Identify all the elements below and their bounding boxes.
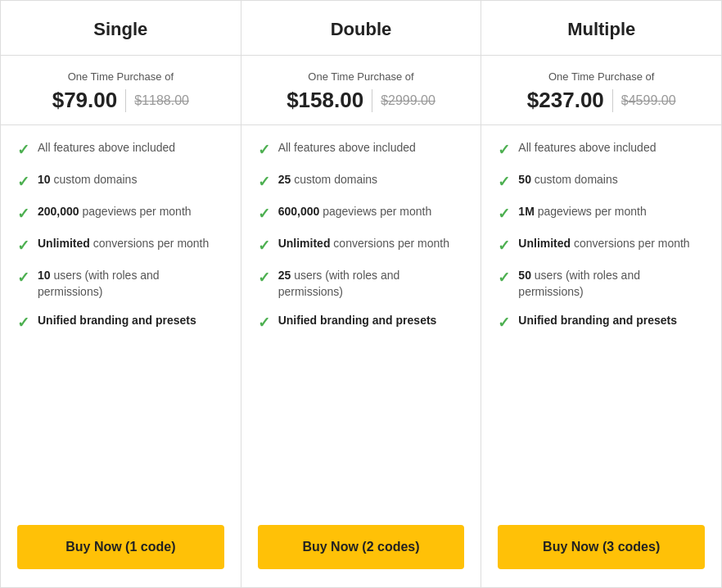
checkmark-icon: ✓	[17, 314, 29, 332]
plan-single-current-price: $79.00	[52, 88, 118, 113]
checkmark-icon: ✓	[498, 173, 510, 191]
plan-double-title: Double	[331, 19, 392, 39]
checkmark-icon: ✓	[17, 205, 29, 223]
plan-double-buy-button[interactable]: Buy Now (2 codes)	[258, 525, 465, 569]
plan-double-feature-0: ✓All features above included	[258, 140, 465, 159]
plan-multiple-feature-1: ✓50 custom domains	[498, 172, 705, 191]
plan-double-original-price: $2999.00	[381, 93, 435, 108]
plan-single-features: ✓All features above included✓10 custom d…	[1, 125, 241, 512]
plan-multiple-feature-text-3: Unlimited conversions per month	[518, 236, 689, 252]
checkmark-icon: ✓	[498, 314, 510, 332]
plan-single-feature-1: ✓10 custom domains	[17, 172, 224, 191]
plan-multiple-feature-0: ✓All features above included	[498, 140, 705, 159]
plan-double-features: ✓All features above included✓25 custom d…	[241, 125, 481, 512]
plan-multiple-feature-3: ✓Unlimited conversions per month	[498, 236, 705, 255]
plan-single-feature-2: ✓200,000 pageviews per month	[17, 204, 224, 223]
plan-double-feature-4: ✓25 users (with roles and permissions)	[258, 268, 465, 300]
plan-single: Single One Time Purchase of $79.00 $1188…	[1, 1, 241, 587]
checkmark-icon: ✓	[498, 237, 510, 255]
plan-double-pricing: One Time Purchase of $158.00 $2999.00	[241, 56, 481, 125]
plan-double-feature-3: ✓Unlimited conversions per month	[258, 236, 465, 255]
plan-single-original-price: $1188.00	[134, 93, 189, 108]
checkmark-icon: ✓	[17, 173, 29, 191]
plan-double-current-price: $158.00	[287, 88, 363, 113]
plan-double-feature-5: ✓Unified branding and presets	[258, 313, 465, 332]
plan-multiple-feature-5: ✓Unified branding and presets	[498, 313, 705, 332]
plan-single-feature-5: ✓Unified branding and presets	[17, 313, 224, 332]
plan-multiple-current-price: $237.00	[527, 88, 604, 113]
checkmark-icon: ✓	[258, 314, 270, 332]
checkmark-icon: ✓	[258, 141, 270, 159]
plan-single-feature-text-4: 10 users (with roles and permissions)	[38, 268, 224, 300]
checkmark-icon: ✓	[498, 269, 510, 287]
plan-single-price-divider	[125, 89, 126, 112]
plan-double-feature-text-3: Unlimited conversions per month	[278, 236, 449, 252]
plan-multiple-feature-2: ✓1M pageviews per month	[498, 204, 705, 223]
plan-single-title: Single	[93, 19, 147, 39]
plan-single-header: Single	[1, 1, 241, 56]
plan-single-buy-button[interactable]: Buy Now (1 code)	[17, 525, 224, 569]
plan-single-feature-text-1: 10 custom domains	[38, 172, 137, 188]
plan-multiple-one-time-label: One Time Purchase of	[494, 70, 708, 83]
plan-double-footer: Buy Now (2 codes)	[241, 512, 481, 587]
plan-multiple-features: ✓All features above included✓50 custom d…	[481, 125, 721, 512]
plan-multiple-feature-text-0: All features above included	[518, 140, 656, 156]
plan-single-feature-4: ✓10 users (with roles and permissions)	[17, 268, 224, 300]
plan-multiple-price-divider	[612, 89, 613, 112]
plan-single-footer: Buy Now (1 code)	[1, 512, 241, 587]
plan-multiple-original-price: $4599.00	[621, 93, 676, 108]
plan-single-one-time-label: One Time Purchase of	[14, 70, 228, 83]
plan-multiple-feature-text-4: 50 users (with roles and permissions)	[518, 268, 705, 300]
plan-single-feature-0: ✓All features above included	[17, 140, 224, 159]
checkmark-icon: ✓	[258, 205, 270, 223]
plan-double-price-divider	[372, 89, 372, 112]
plan-double-feature-text-4: 25 users (with roles and permissions)	[278, 268, 465, 300]
plan-multiple-feature-4: ✓50 users (with roles and permissions)	[498, 268, 705, 300]
plan-multiple: Multiple One Time Purchase of $237.00 $4…	[481, 1, 721, 587]
plan-double-feature-2: ✓600,000 pageviews per month	[258, 204, 465, 223]
checkmark-icon: ✓	[258, 237, 270, 255]
pricing-table: Single One Time Purchase of $79.00 $1188…	[0, 0, 722, 588]
plan-double-header: Double	[241, 1, 481, 56]
plan-multiple-feature-text-2: 1M pageviews per month	[518, 204, 646, 220]
plan-double-feature-text-5: Unified branding and presets	[278, 313, 437, 329]
plan-single-feature-3: ✓Unlimited conversions per month	[17, 236, 224, 255]
checkmark-icon: ✓	[17, 237, 29, 255]
plan-multiple-title: Multiple	[567, 19, 635, 39]
plan-single-feature-text-3: Unlimited conversions per month	[38, 236, 209, 252]
checkmark-icon: ✓	[498, 205, 510, 223]
checkmark-icon: ✓	[258, 269, 270, 287]
plan-double: Double One Time Purchase of $158.00 $299…	[241, 1, 482, 587]
checkmark-icon: ✓	[17, 269, 29, 287]
plan-double-feature-text-0: All features above included	[278, 140, 416, 156]
plan-single-feature-text-0: All features above included	[38, 140, 175, 156]
plan-multiple-footer: Buy Now (3 codes)	[481, 512, 721, 587]
plan-multiple-buy-button[interactable]: Buy Now (3 codes)	[498, 525, 705, 569]
plan-single-feature-text-2: 200,000 pageviews per month	[38, 204, 192, 220]
plan-multiple-feature-text-1: 50 custom domains	[518, 172, 617, 188]
checkmark-icon: ✓	[498, 141, 510, 159]
plan-multiple-header: Multiple	[481, 1, 721, 56]
plan-double-feature-text-2: 600,000 pageviews per month	[278, 204, 432, 220]
plan-double-feature-1: ✓25 custom domains	[258, 172, 465, 191]
plan-multiple-pricing: One Time Purchase of $237.00 $4599.00	[481, 56, 721, 125]
plan-single-feature-text-5: Unified branding and presets	[38, 313, 196, 329]
plan-double-feature-text-1: 25 custom domains	[278, 172, 377, 188]
checkmark-icon: ✓	[17, 141, 29, 159]
plan-multiple-feature-text-5: Unified branding and presets	[518, 313, 677, 329]
checkmark-icon: ✓	[258, 173, 270, 191]
plan-double-one-time-label: One Time Purchase of	[255, 70, 468, 83]
plan-single-pricing: One Time Purchase of $79.00 $1188.00	[1, 56, 241, 125]
